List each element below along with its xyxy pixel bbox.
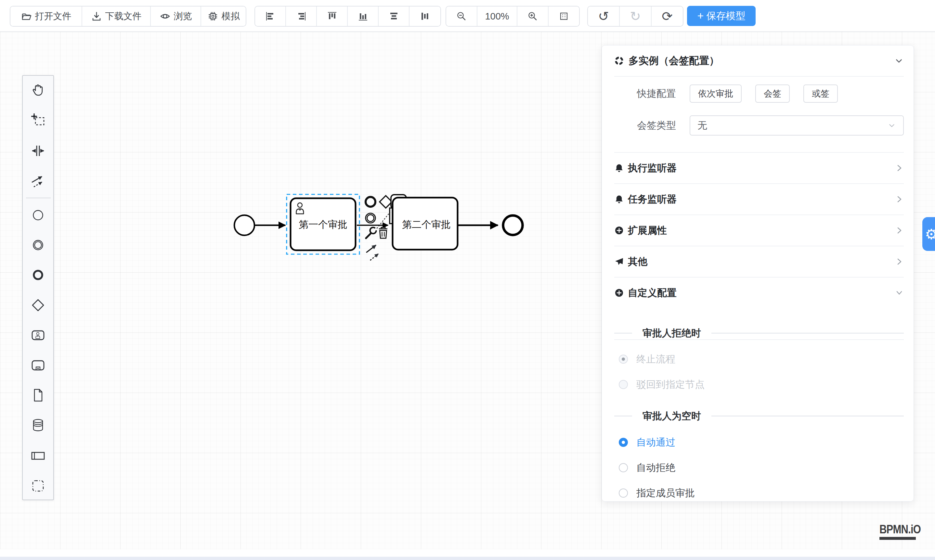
bpmn-io-logo-bar [880, 537, 916, 540]
reject-group-title: 审批人拒绝时 [614, 323, 904, 343]
horizontal-scrollbar[interactable] [0, 549, 935, 557]
zoom-group: 100% [446, 6, 580, 27]
create-participant[interactable] [29, 446, 47, 465]
radio-auto-reject[interactable]: 自动拒绝 [614, 460, 904, 476]
bpmn-io-logo[interactable]: BPMN.iO [880, 523, 917, 540]
radio-icon[interactable] [619, 438, 628, 447]
section-custom-config[interactable]: 自定义配置 [614, 277, 904, 308]
global-connect-tool[interactable] [29, 172, 47, 191]
radio-icon[interactable] [619, 463, 628, 472]
create-data-store[interactable] [29, 416, 47, 434]
connect-icon [30, 174, 46, 189]
start-event-icon [30, 208, 46, 223]
chevron-right-icon [895, 257, 904, 266]
align-group [254, 6, 441, 27]
create-user-task[interactable] [29, 326, 47, 344]
radio-assign-member[interactable]: 指定成员审批 [614, 485, 904, 501]
chevron-right-icon [895, 163, 904, 172]
panel-header[interactable]: 多实例（会签配置） [614, 46, 904, 77]
section-label: 自定义配置 [628, 286, 677, 300]
save-model-button[interactable]: + 保存模型 [687, 6, 756, 26]
section-label: 执行监听器 [628, 162, 677, 175]
section-other[interactable]: 其他 [614, 246, 904, 277]
fit-viewport-button[interactable] [549, 6, 579, 26]
redo-button[interactable]: ↻ [620, 6, 652, 26]
quick-option-orsign-button[interactable]: 或签 [803, 85, 838, 103]
create-start-event[interactable] [29, 206, 47, 224]
chevron-down-icon[interactable] [894, 56, 904, 66]
panel-title: 多实例（会签配置） [629, 54, 719, 68]
radio-return-to-node[interactable]: 驳回到指定节点 [614, 376, 904, 392]
align-right-button[interactable] [286, 6, 317, 26]
bell-icon [614, 163, 624, 173]
history-group: ↺ ↻ ⟳ [587, 6, 683, 27]
browse-label: 浏览 [174, 10, 192, 22]
align-left-icon [265, 11, 276, 22]
chevron-right-icon [895, 195, 904, 204]
radio-icon[interactable] [619, 380, 628, 389]
download-file-button[interactable]: 下载文件 [82, 6, 151, 26]
align-center-horizontal-button[interactable] [378, 6, 409, 26]
user-task-icon [30, 327, 46, 343]
radio-auto-pass[interactable]: 自动通过 [614, 434, 904, 451]
sign-type-select[interactable]: 无 [690, 115, 904, 135]
create-end-event[interactable] [29, 266, 47, 284]
undo-button[interactable]: ↺ [588, 6, 620, 26]
toolbar: 打开文件 下载文件 浏览 模拟 [0, 0, 935, 32]
quick-option-countersign-button[interactable]: 会签 [755, 85, 790, 103]
create-intermediate-event[interactable] [29, 236, 47, 254]
zoom-out-icon [456, 11, 467, 22]
create-subprocess[interactable] [29, 356, 47, 374]
open-file-button[interactable]: 打开文件 [11, 6, 82, 26]
reset-button[interactable]: ⟳ [652, 6, 683, 26]
radio-icon[interactable] [619, 489, 628, 498]
space-tool[interactable] [29, 142, 47, 160]
simulate-label: 模拟 [221, 10, 240, 22]
radio-label: 自动通过 [636, 436, 675, 449]
multi-instance-icon [614, 56, 624, 66]
radio-icon[interactable] [619, 355, 628, 364]
create-gateway[interactable] [29, 296, 47, 314]
section-label: 其他 [628, 255, 647, 268]
radio-terminate-process[interactable]: 终止流程 [614, 351, 904, 367]
open-folder-icon [21, 11, 32, 22]
reject-group-title-text: 审批人拒绝时 [643, 327, 701, 340]
align-bottom-icon [357, 11, 369, 22]
plus-icon: + [697, 9, 704, 22]
align-left-button[interactable] [255, 6, 286, 26]
data-store-icon [30, 417, 46, 433]
palette-separator [26, 198, 51, 198]
download-icon [91, 11, 102, 22]
chevron-right-icon [895, 226, 904, 235]
align-center-vertical-button[interactable] [409, 6, 440, 26]
section-task-listener[interactable]: 任务监听器 [614, 183, 904, 214]
participant-icon [30, 448, 46, 463]
eye-icon [160, 11, 171, 22]
align-top-button[interactable] [317, 6, 348, 26]
quick-option-sequential-button[interactable]: 依次审批 [690, 85, 742, 103]
group-icon [30, 478, 46, 494]
sign-type-label: 会签类型 [614, 119, 676, 132]
chip-icon [208, 11, 218, 22]
align-bottom-button[interactable] [348, 6, 378, 26]
settings-tab[interactable]: ⚙ [922, 217, 935, 251]
browse-button[interactable]: 浏览 [151, 6, 201, 26]
gateway-icon [30, 297, 46, 313]
lasso-tool[interactable] [29, 111, 47, 129]
section-execution-listener[interactable]: 执行监听器 [614, 152, 904, 183]
create-data-object[interactable] [29, 386, 47, 404]
simulate-button[interactable]: 模拟 [201, 6, 246, 26]
zoom-level[interactable]: 100% [477, 6, 517, 26]
open-file-label: 打开文件 [35, 10, 71, 22]
zoom-in-button[interactable] [517, 6, 549, 26]
zoom-out-button[interactable] [446, 6, 477, 26]
empty-group-title: 审批人为空时 [614, 406, 904, 426]
section-extension-properties[interactable]: 扩展属性 [614, 214, 904, 246]
subprocess-icon [30, 357, 46, 373]
file-actions-group: 打开文件 下载文件 浏览 模拟 [10, 6, 246, 27]
radio-label: 终止流程 [636, 352, 675, 366]
radio-label: 指定成员审批 [636, 486, 695, 500]
hand-tool[interactable] [29, 81, 47, 99]
create-group[interactable] [29, 477, 47, 495]
quick-config-label: 快捷配置 [614, 87, 676, 100]
